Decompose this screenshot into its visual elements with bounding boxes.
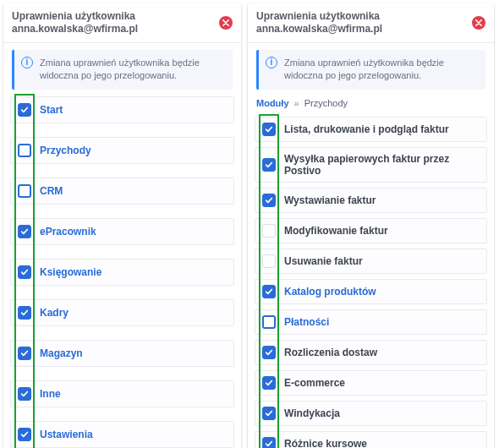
close-icon: [475, 19, 482, 26]
item-label[interactable]: Różnice kursowe: [284, 438, 367, 448]
list-item[interactable]: CRM: [10, 178, 234, 205]
permissions-panel-modules: Uprawnienia użytkownika anna.kowalska@wf…: [3, 3, 241, 448]
breadcrumb: Moduły » Przychody: [248, 95, 494, 113]
checkbox[interactable]: [262, 437, 276, 448]
item-label[interactable]: ePracownik: [40, 226, 96, 238]
item-label[interactable]: Płatności: [284, 316, 329, 328]
item-label[interactable]: Katalog produktów: [284, 286, 376, 298]
checkbox[interactable]: [262, 315, 276, 329]
list-item[interactable]: Ustawienia: [10, 421, 234, 448]
item-label[interactable]: Wystawianie faktur: [284, 194, 376, 206]
checkbox[interactable]: [18, 265, 31, 279]
item-label[interactable]: Ustawienia: [40, 429, 93, 440]
checkbox[interactable]: [262, 224, 276, 238]
list-item[interactable]: Usuwanie faktur: [255, 249, 487, 274]
permission-list: Lista, drukowanie i podgląd fakturWysyłk…: [248, 113, 494, 448]
panel-title: Uprawnienia użytkownika anna.kowalska@wf…: [12, 10, 212, 36]
list-item[interactable]: Lista, drukowanie i podgląd faktur: [255, 117, 487, 142]
list-item[interactable]: Magazyn: [10, 340, 234, 367]
checkbox[interactable]: [18, 225, 31, 238]
checkbox[interactable]: [18, 387, 31, 401]
info-text: Zmiana uprawnień użytkownika będzie wido…: [284, 57, 477, 83]
titlebar: Uprawnienia użytkownika anna.kowalska@wf…: [3, 3, 241, 43]
item-label[interactable]: CRM: [40, 185, 63, 197]
checkbox[interactable]: [262, 123, 276, 136]
checkbox[interactable]: [262, 376, 276, 390]
list-item[interactable]: Inne: [10, 380, 234, 407]
breadcrumb-separator: »: [294, 98, 299, 108]
checkbox[interactable]: [18, 144, 31, 157]
info-icon: i: [266, 57, 277, 68]
info-icon: i: [21, 57, 33, 68]
checkbox[interactable]: [262, 194, 276, 207]
checkbox[interactable]: [262, 285, 276, 298]
list-item[interactable]: ePracownik: [10, 218, 234, 245]
item-label[interactable]: Magazyn: [40, 347, 83, 359]
list-item[interactable]: Katalog produktów: [255, 279, 487, 304]
item-label[interactable]: Start: [40, 104, 63, 116]
breadcrumb-current: Przychody: [304, 98, 348, 108]
panel-title: Uprawnienia użytkownika anna.kowalska@wf…: [256, 10, 465, 36]
list-item[interactable]: Modyfikowanie faktur: [255, 218, 487, 243]
checkbox[interactable]: [262, 254, 276, 268]
module-list: StartPrzychodyCRMePracownikKsięgowanieKa…: [3, 95, 241, 448]
info-notice: i Zmiana uprawnień użytkownika będzie wi…: [256, 50, 485, 90]
checkbox[interactable]: [262, 407, 276, 420]
list-item[interactable]: Przychody: [10, 137, 234, 164]
close-icon: [222, 19, 229, 26]
item-label[interactable]: Przychody: [40, 145, 91, 156]
list-item[interactable]: E-commerce: [255, 370, 487, 396]
close-button[interactable]: [219, 16, 233, 30]
list-item[interactable]: Księgowanie: [10, 259, 234, 286]
list-item[interactable]: Wystawianie faktur: [255, 188, 487, 213]
item-label[interactable]: Modyfikowanie faktur: [284, 225, 388, 237]
list-item[interactable]: Start: [10, 96, 234, 123]
item-label[interactable]: Księgowanie: [40, 266, 101, 278]
list-item[interactable]: Rozliczenia dostaw: [255, 340, 487, 365]
checkbox[interactable]: [262, 346, 276, 359]
item-label[interactable]: Wysyłka papierowych faktur przez Postivo: [284, 153, 480, 177]
checkbox[interactable]: [18, 428, 31, 441]
checkbox[interactable]: [18, 103, 31, 117]
item-label[interactable]: Usuwanie faktur: [284, 255, 363, 267]
item-label[interactable]: E-commerce: [284, 377, 345, 389]
item-label[interactable]: Rozliczenia dostaw: [284, 347, 377, 358]
list-item[interactable]: Kadry: [10, 299, 234, 326]
item-label[interactable]: Lista, drukowanie i podgląd faktur: [284, 123, 449, 135]
info-text: Zmiana uprawnień użytkownika będzie wido…: [40, 57, 224, 83]
item-label[interactable]: Windykacja: [284, 407, 340, 419]
checkbox[interactable]: [18, 184, 31, 198]
item-label[interactable]: Kadry: [40, 307, 69, 319]
titlebar: Uprawnienia użytkownika anna.kowalska@wf…: [248, 3, 494, 43]
checkbox[interactable]: [262, 158, 276, 172]
list-item[interactable]: Różnice kursowe: [255, 431, 487, 448]
item-label[interactable]: Inne: [40, 388, 61, 400]
checkbox[interactable]: [18, 347, 31, 360]
breadcrumb-root[interactable]: Moduły: [256, 98, 289, 108]
info-notice: i Zmiana uprawnień użytkownika będzie wi…: [12, 50, 233, 90]
list-item[interactable]: Windykacja: [255, 401, 487, 426]
list-item[interactable]: Płatności: [255, 309, 487, 335]
list-item[interactable]: Wysyłka papierowych faktur przez Postivo: [255, 147, 487, 183]
close-button[interactable]: [472, 16, 485, 30]
checkbox[interactable]: [18, 306, 31, 320]
permissions-panel-detail: Uprawnienia użytkownika anna.kowalska@wf…: [248, 3, 494, 448]
